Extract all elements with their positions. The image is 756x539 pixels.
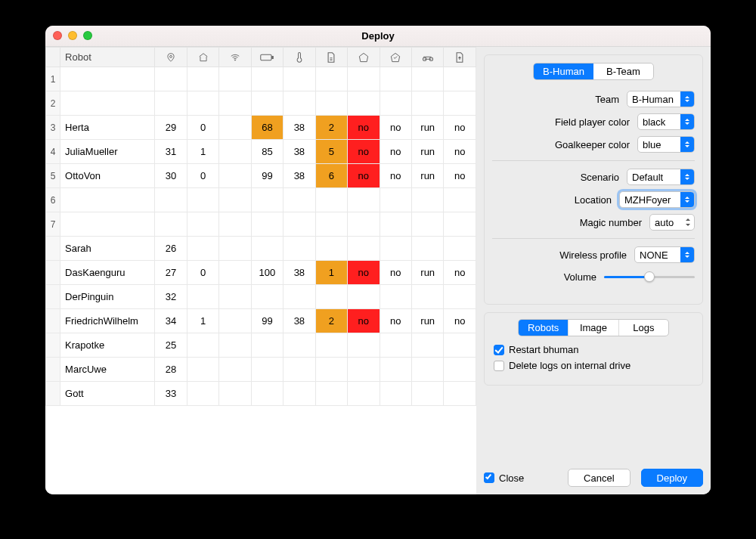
col-upload-icon[interactable] [444, 48, 476, 67]
svg-point-1 [234, 59, 235, 60]
col-location-icon[interactable] [155, 48, 187, 67]
table-row[interactable]: Sarah26 [46, 237, 476, 261]
table-row[interactable]: 1 [46, 67, 476, 91]
table-row[interactable]: 2 [46, 91, 476, 116]
tab-bteam[interactable]: B-Team [593, 64, 653, 79]
window-controls [53, 31, 92, 40]
location-label: Location [492, 194, 619, 206]
table-row[interactable]: FriedrichWilhelm34199382nonorunno [46, 309, 476, 333]
table-row[interactable]: Gott33 [46, 382, 476, 406]
table-row[interactable]: MarcUwe28 [46, 358, 476, 382]
goalkeeper-color-label: Goalkeeper color [492, 139, 637, 150]
footer: Close Cancel Deploy [476, 461, 711, 494]
scenario-select[interactable]: Default [627, 169, 695, 185]
team-tabs[interactable]: B-Human B-Team [533, 63, 654, 80]
close-after-check[interactable]: Close [484, 472, 524, 484]
deploy-button[interactable]: Deploy [641, 469, 703, 487]
checkbox-icon[interactable] [484, 472, 494, 483]
tab-bhuman[interactable]: B-Human [534, 64, 593, 79]
robot-table: Robot 123Herta29068382nonorunno4JuliaMue… [45, 47, 476, 494]
magic-spin[interactable]: auto [649, 214, 695, 231]
field-color-label: Field player color [492, 116, 637, 128]
volume-slider[interactable] [604, 269, 695, 284]
wireless-label: Wireless profile [492, 249, 634, 261]
restart-check[interactable]: Restart bhuman [494, 344, 693, 355]
options-panel: Robots Image Logs Restart bhuman Delete … [484, 312, 703, 386]
team-select[interactable]: B-Human [627, 91, 695, 107]
magic-label: Magic number [492, 217, 649, 228]
col-run-icon[interactable] [411, 48, 443, 67]
options-tabs[interactable]: Robots Image Logs [518, 319, 669, 336]
col-doc-icon[interactable] [315, 48, 347, 67]
checkbox-icon[interactable] [494, 345, 504, 355]
col-robot[interactable]: Robot [60, 48, 155, 67]
table-row[interactable]: 5OttoVon30099386nonorunno [46, 164, 476, 188]
col-temperature-icon[interactable] [284, 48, 315, 67]
svg-rect-3 [272, 56, 274, 58]
field-color-select[interactable]: black [637, 113, 695, 130]
col-battery-icon[interactable] [251, 48, 283, 67]
scenario-label: Scenario [492, 172, 627, 183]
titlebar: Deploy [45, 26, 711, 47]
window-title: Deploy [361, 30, 394, 42]
location-select[interactable]: MZHFoyer [619, 191, 695, 208]
tab-robots[interactable]: Robots [519, 320, 568, 336]
col-home-icon[interactable] [187, 48, 218, 67]
deploy-window: Deploy Robot [45, 26, 711, 494]
table-row[interactable]: DasKaenguru270100381nonorunno [46, 261, 476, 285]
table-header-row: Robot [46, 48, 476, 67]
table-row[interactable]: Krapotke25 [46, 333, 476, 358]
table-row[interactable]: 4JuliaMueller31185385nonorunno [46, 140, 476, 164]
col-wifi-icon[interactable] [219, 48, 251, 67]
svg-rect-2 [261, 54, 271, 60]
col-tag-icon[interactable] [348, 48, 380, 67]
col-check-icon[interactable] [380, 48, 411, 67]
tab-image[interactable]: Image [568, 320, 618, 336]
minimize-window-icon[interactable] [68, 31, 77, 40]
zoom-window-icon[interactable] [83, 31, 92, 40]
checkbox-icon[interactable] [494, 361, 504, 371]
table-row[interactable]: 3Herta29068382nonorunno [46, 116, 476, 140]
col-num[interactable] [46, 48, 60, 67]
table-row[interactable]: DerPinguin32 [46, 285, 476, 309]
svg-point-0 [170, 55, 172, 57]
table-row[interactable]: 6 [46, 188, 476, 212]
wireless-select[interactable]: NONE [634, 246, 695, 263]
cancel-button[interactable]: Cancel [568, 469, 630, 487]
goalkeeper-color-select[interactable]: blue [637, 136, 695, 153]
volume-label: Volume [492, 271, 604, 283]
team-label: Team [492, 94, 627, 105]
side-panel: B-Human B-Team Team B-Human Field player… [476, 47, 711, 494]
delete-logs-check[interactable]: Delete logs on internal drive [494, 360, 693, 371]
table-row[interactable]: 7 [46, 212, 476, 237]
close-window-icon[interactable] [53, 31, 62, 40]
settings-panel: B-Human B-Team Team B-Human Field player… [484, 54, 703, 305]
tab-logs[interactable]: Logs [618, 320, 668, 336]
